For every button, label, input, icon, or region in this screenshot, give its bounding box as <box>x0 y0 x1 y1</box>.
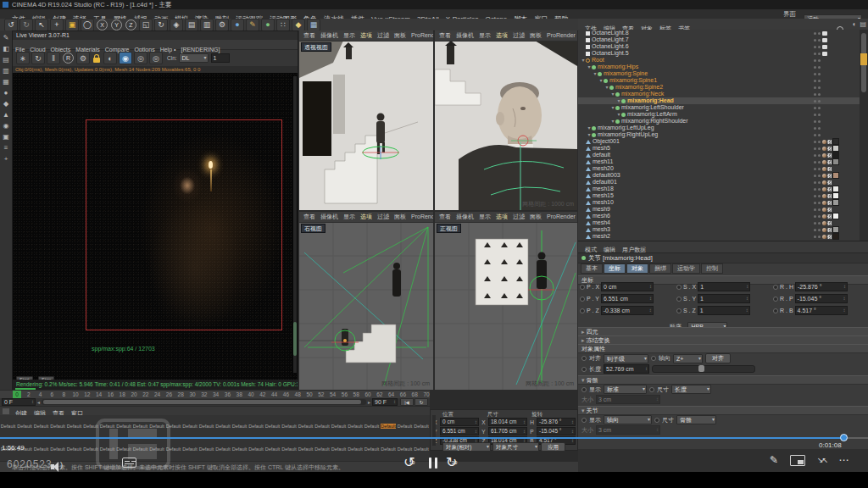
align-keydot[interactable] <box>581 356 587 361</box>
visibility-dots[interactable] <box>814 181 821 184</box>
material-swatch[interactable]: Default <box>281 416 298 431</box>
viewport-menu-item[interactable]: 查看 <box>301 30 318 41</box>
visibility-dots[interactable] <box>814 175 821 177</box>
visibility-dots[interactable] <box>814 141 821 143</box>
timeline-scrollbar[interactable] <box>42 399 366 405</box>
visibility-dots[interactable] <box>814 229 821 231</box>
om-scrollbar[interactable] <box>860 30 868 241</box>
joint-display-keydot[interactable] <box>581 418 587 423</box>
material-swatch[interactable]: Default <box>298 416 314 431</box>
viewport-dot[interactable] <box>814 208 816 211</box>
material-swatch[interactable]: Default <box>231 439 248 454</box>
timeline-tick[interactable]: 12 <box>84 391 90 397</box>
visibility-dots[interactable] <box>814 53 821 55</box>
octane-light-tag-icon[interactable] <box>822 38 827 42</box>
texture-tag-thumb[interactable] <box>832 138 839 145</box>
om-layer-chip[interactable] <box>860 53 867 65</box>
viewport-dot[interactable] <box>814 202 816 204</box>
coords-size-dropdown[interactable]: 对象尺寸 <box>492 442 539 452</box>
spinner-arrows[interactable]: ↕ <box>746 283 748 291</box>
viewport-dot[interactable] <box>814 53 816 55</box>
render-dot[interactable] <box>818 236 821 238</box>
coords-scrollbar[interactable] <box>432 415 436 446</box>
material-swatch[interactable]: Default <box>215 439 231 454</box>
render-dot[interactable] <box>818 120 821 123</box>
viewport-dot[interactable] <box>814 32 816 35</box>
viewport-menu-item[interactable]: 选项 <box>358 30 375 41</box>
pip-icon[interactable] <box>790 455 805 466</box>
timeline-tick[interactable]: 40 <box>248 391 253 397</box>
material-swatch[interactable]: Default <box>33 439 49 454</box>
octane-light-tag-icon[interactable] <box>822 31 827 36</box>
keyframe-dot[interactable] <box>580 297 585 302</box>
render-settings-icon[interactable]: ⚙ <box>215 19 229 31</box>
visibility-dots[interactable] <box>814 188 821 191</box>
tree-item-mesh5[interactable]: mesh5 <box>578 145 860 152</box>
visibility-dots[interactable] <box>814 147 821 150</box>
tree-item-OctaneLight-6[interactable]: OctaneLight.6 <box>578 43 860 50</box>
viewport-dot[interactable] <box>814 236 816 238</box>
skip-back-button[interactable]: ↺10 <box>403 454 420 471</box>
coord-input-sy[interactable]: 1↕ <box>698 294 750 303</box>
attribute-tab-对象[interactable]: 对象 <box>626 263 648 274</box>
viewport-menu-item[interactable]: 面板 <box>527 212 544 222</box>
timeline-tick[interactable]: 6 <box>51 391 54 397</box>
passes-input[interactable]: 1 <box>211 53 230 63</box>
coord-input-sx[interactable]: 1↕ <box>698 282 750 291</box>
timeline-tick[interactable]: 44 <box>271 391 277 397</box>
tree-item-mixamorig-LeftArm[interactable]: ▾mixamorig:LeftArm <box>578 111 860 118</box>
viewport-dot[interactable] <box>814 86 816 89</box>
restart-render-icon[interactable]: ↻ <box>31 52 45 64</box>
mode-toolbar-icon-7[interactable]: ▲ <box>3 109 9 120</box>
viewport-menu-prorender[interactable]: ProRender <box>544 30 577 41</box>
axis-z-button[interactable]: Z <box>125 19 136 30</box>
viewport-menu-prorender[interactable]: ProRender <box>409 212 433 222</box>
viewport-menu-item[interactable]: 查看 <box>437 30 453 41</box>
material-swatch[interactable]: Default <box>264 439 281 454</box>
viewport-dot[interactable] <box>814 127 816 130</box>
viewport-dot[interactable] <box>814 66 816 69</box>
material-swatch[interactable]: Default <box>348 416 364 431</box>
tree-item-OctaneLight-7[interactable]: OctaneLight.7 <box>578 36 860 43</box>
shrink-icon[interactable]: ↘↖ <box>817 456 826 464</box>
visibility-dots[interactable] <box>814 100 821 103</box>
viewport-menu-item[interactable]: 显示 <box>476 212 493 222</box>
render-dot[interactable] <box>818 168 821 170</box>
viewport-camera[interactable]: 查看摄像机显示选项过滤面板ProRender+↕↻▣ 网格间距 : 1000 c… <box>435 30 577 210</box>
visibility-dots[interactable] <box>814 236 821 238</box>
timeline-tick[interactable]: 58 <box>353 391 359 397</box>
coord-input-py[interactable]: 6.551 cm↕ <box>601 294 654 303</box>
coords-value-input[interactable]: -25.876 °↕ <box>537 418 576 426</box>
timeline-tick[interactable]: 10 <box>72 391 78 397</box>
mode-toolbar-icon-0[interactable]: ✎ <box>3 32 9 43</box>
attribute-tab-控制[interactable]: 控制 <box>701 263 723 274</box>
octane-light-tag-icon[interactable] <box>822 52 827 56</box>
timeline-tick[interactable]: 28 <box>178 391 184 397</box>
timeline-tick[interactable]: 42 <box>259 391 265 397</box>
visibility-dots[interactable] <box>814 66 821 69</box>
visibility-dots[interactable] <box>814 107 821 109</box>
undo-icon[interactable]: ↺ <box>4 19 18 31</box>
viewport-dot[interactable] <box>814 147 816 150</box>
light-icon[interactable]: ◆ <box>292 19 305 31</box>
spinner-arrows[interactable]: ↕ <box>843 283 846 291</box>
attribute-tab-基本[interactable]: 基本 <box>581 263 603 274</box>
redo-icon[interactable]: ↻ <box>19 19 33 31</box>
material-swatch[interactable]: Default <box>331 439 347 454</box>
lv-scrollbar[interactable] <box>293 76 297 373</box>
spinner-arrows[interactable]: ↕ <box>843 295 846 302</box>
mode-toolbar-icon-11[interactable]: + <box>4 153 8 164</box>
axis-keydot[interactable] <box>651 356 656 361</box>
texture-tag-thumb[interactable] <box>832 213 839 219</box>
visibility-dots[interactable] <box>814 80 821 82</box>
render-dot[interactable] <box>818 80 821 82</box>
lv-scrollbar-thumb[interactable] <box>293 322 297 356</box>
viewport-dot[interactable] <box>814 188 816 191</box>
timeline-tick[interactable]: 50 <box>306 391 312 397</box>
phong-tag-icon[interactable] <box>822 228 826 232</box>
keyframe-dot[interactable] <box>676 285 682 290</box>
timeline-tick[interactable]: 60 <box>364 391 370 397</box>
axis-y-button[interactable]: Y <box>111 19 122 30</box>
material-swatch[interactable]: Default <box>50 439 66 454</box>
uv-tag-icon[interactable] <box>827 140 832 144</box>
